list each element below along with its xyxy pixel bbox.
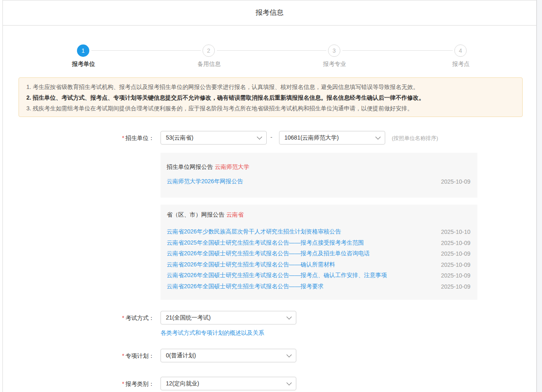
exam-method-help-link[interactable]: 各类考试方式和专项计划的概述以及关系 [161,329,264,337]
step-connector-1 [91,50,201,51]
announcement-link[interactable]: 云南省2026年全国硕士研究生招生考试报名公告——报考点、确认工作安排、注意事项 [167,272,387,279]
announcement-date: 2025-10-09 [441,283,470,290]
unit-board-title-highlight: 云南师范大学 [215,163,249,170]
announcement-link[interactable]: 云南省2026年全国硕士研究生招生考试报名公告——报考要求 [167,283,323,290]
announcement-date: 2025-10-09 [441,272,470,279]
recruit-unit-label-text: 招生单位： [126,135,154,141]
sort-order-hint: (按照单位名称排序) [392,135,438,142]
step-3-label: 报考专业 [323,61,346,68]
announcement-date: 2025-10-09 [441,250,470,257]
exam-method-label-text: 考试方式： [126,315,154,321]
unit-notice-list: 云南师范大学2026年网报公告 2025-10-09 [167,176,470,187]
exam-method-select[interactable]: 21(全国统一考试) [161,311,296,324]
exam-method-select-value: 21(全国统一考试) [166,314,211,322]
announcement-row: 云南省2026年全国硕士研究生招生考试报名公告——确认所需材料 2025-10-… [167,259,470,271]
scrollbar-track[interactable] [537,0,542,392]
announcement-row: 云南省2026年全国硕士研究生招生考试报名公告——报考要求 2025-10-09 [167,281,470,292]
apply-category-label-text: 报考类别： [126,380,154,387]
chevron-down-icon [286,352,292,357]
apply-category-label: *报考类别： [0,380,154,388]
step-1-label: 报考单位 [72,61,95,68]
announcement-link[interactable]: 云南省2026年全国硕士研究生招生考试报名公告——报考点及招生单位咨询电话 [167,250,370,257]
announcement-date: 2025-10-09 [441,178,470,185]
step-2-indicator: 2 [202,44,215,57]
chevron-down-icon [375,134,381,140]
step-2-label: 备用信息 [198,61,221,68]
notice-item-1: 1. 考生应按省级教育招生考试机构、报考点以及报考招生单位的网报公告要求进行报名… [26,82,515,92]
announcement-row: 云南省2026年全国硕士研究生招生考试报名公告——报考点、确认工作安排、注意事项… [167,270,470,281]
step-4-label: 报考点 [452,61,470,68]
recruit-unit-label: *招生单位： [0,134,154,142]
announcement-link[interactable]: 云南省2025年全国硕士研究生招生考试报名公告——报考点接受报考考生范围 [167,239,364,247]
notice-item-3: 3. 残疾考生如需组考单位在考试期间提供合理考试便利服务的，应于报名阶段与考点所… [26,103,515,114]
announcement-date: 2025-10-10 [441,229,470,235]
exam-method-label: *考试方式： [0,314,154,322]
special-plan-label: *专项计划： [0,352,154,360]
step-connector-3 [342,50,453,51]
announcement-date: 2025-10-09 [441,240,470,246]
province-board-title-highlight: 云南省 [226,211,244,218]
required-asterisk: * [122,352,124,359]
required-asterisk: * [122,315,124,321]
province-notice-list: 云南省2026年少数民族高层次骨干人才研究生招生计划资格审核公告 2025-10… [167,226,470,292]
special-plan-label-text: 专项计划： [126,352,154,359]
chevron-down-icon [286,314,292,320]
application-info-page: 报考信息 1 2 3 4 报考单位 备用信息 报考专业 报考点 1. 考生应按省… [0,0,542,392]
step-3-indicator: 3 [328,44,340,57]
step-4-indicator: 4 [454,44,467,57]
announcement-date: 2025-10-09 [441,261,470,268]
unit-select-value: 10681(云南师范大学) [284,134,339,142]
unit-notice-board: 招生单位网报公告云南师范大学 云南师范大学2026年网报公告 2025-10-0… [161,153,477,198]
announcement-link[interactable]: 云南省2026年全国硕士研究生招生考试报名公告——确认所需材料 [167,261,335,268]
province-board-title-text: 省（区、市）网报公告 [167,211,224,218]
select-separator: - [270,134,272,140]
announcement-link[interactable]: 云南省2026年少数民族高层次骨干人才研究生招生计划资格审核公告 [167,228,341,236]
province-notice-board-title: 省（区、市）网报公告云南省 [167,211,244,219]
announcement-row: 云南省2026年少数民族高层次骨干人才研究生招生计划资格审核公告 2025-10… [167,226,470,238]
required-asterisk: * [122,135,124,141]
province-select-value: 53(云南省) [166,134,193,142]
unit-board-title-text: 招生单位网报公告 [167,163,213,170]
special-plan-select[interactable]: 0(普通计划) [161,349,296,362]
unit-select[interactable]: 10681(云南师范大学) [279,131,385,145]
title-bar: 报考信息 [3,0,536,26]
required-asterisk: * [122,380,124,387]
announcement-row: 云南师范大学2026年网报公告 2025-10-09 [167,176,470,187]
chevron-down-icon [257,134,262,140]
step-1-indicator: 1 [77,44,89,57]
chevron-down-icon [286,380,292,385]
notice-item-2: 2. 招生单位、考试方式、报考点、专项计划等关键信息提交后不允许修改，确有错误需… [26,92,515,103]
special-plan-select-value: 0(普通计划) [166,352,196,359]
announcement-row: 云南省2025年全国硕士研究生招生考试报名公告——报考点接受报考考生范围 202… [167,238,470,249]
province-notice-board: 省（区、市）网报公告云南省 云南省2026年少数民族高层次骨干人才研究生招生计划… [161,205,477,300]
step-connector-2 [217,50,326,51]
notice-box: 1. 考生应按省级教育招生考试机构、报考点以及报考招生单位的网报公告要求进行报名… [19,77,523,117]
page-title: 报考信息 [256,8,284,17]
announcement-link[interactable]: 云南师范大学2026年网报公告 [167,178,243,185]
province-select[interactable]: 53(云南省) [161,131,267,145]
unit-notice-board-title: 招生单位网报公告云南师范大学 [167,163,249,171]
apply-category-select-value: 12(定向就业) [166,380,199,387]
announcement-row: 云南省2026年全国硕士研究生招生考试报名公告——报考点及招生单位咨询电话 20… [167,248,470,259]
apply-category-select[interactable]: 12(定向就业) [161,377,296,390]
